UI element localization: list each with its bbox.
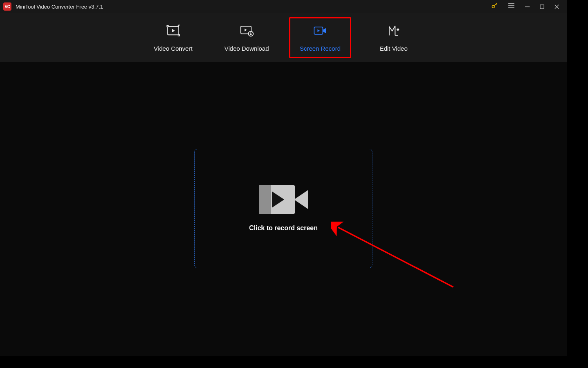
window-title: MiniTool Video Converter Free v3.7.1 xyxy=(16,4,491,10)
svg-marker-15 xyxy=(396,28,399,31)
app-logo: VC xyxy=(3,2,11,11)
main-toolbar: Video Convert Video Download xyxy=(0,13,567,62)
title-controls xyxy=(491,2,564,11)
svg-rect-5 xyxy=(540,4,543,8)
screen-record-icon xyxy=(313,24,327,38)
tab-label: Video Download xyxy=(225,45,269,52)
app-logo-text: VC xyxy=(5,4,10,9)
svg-marker-14 xyxy=(318,29,320,31)
record-prompt-text: Click to record screen xyxy=(249,224,318,232)
maximize-button[interactable] xyxy=(539,4,545,9)
convert-icon xyxy=(166,24,180,38)
tab-label: Screen Record xyxy=(300,45,341,52)
tab-edit-video[interactable]: Edit Video xyxy=(357,13,430,62)
tab-label: Video Convert xyxy=(154,45,193,52)
tab-screen-record[interactable]: Screen Record xyxy=(283,13,357,62)
download-icon xyxy=(240,24,254,38)
key-icon[interactable] xyxy=(491,2,498,11)
tab-label: Edit Video xyxy=(380,45,408,52)
svg-marker-11 xyxy=(245,28,247,31)
main-content-area: Click to record screen xyxy=(0,62,567,356)
tab-video-download[interactable]: Video Download xyxy=(210,13,283,62)
record-screen-button[interactable]: Click to record screen xyxy=(194,149,372,268)
svg-point-0 xyxy=(492,5,494,8)
tab-video-convert[interactable]: Video Convert xyxy=(136,13,210,62)
minimize-button[interactable] xyxy=(524,4,530,9)
app-window: VC MiniTool Video Converter Free v3.7.1 xyxy=(0,0,567,356)
hamburger-menu-icon[interactable] xyxy=(507,2,515,11)
video-camera-icon xyxy=(259,185,308,214)
svg-marker-9 xyxy=(172,29,175,32)
edit-video-icon xyxy=(387,24,401,38)
close-button[interactable] xyxy=(554,4,559,9)
titlebar: VC MiniTool Video Converter Free v3.7.1 xyxy=(0,0,567,13)
